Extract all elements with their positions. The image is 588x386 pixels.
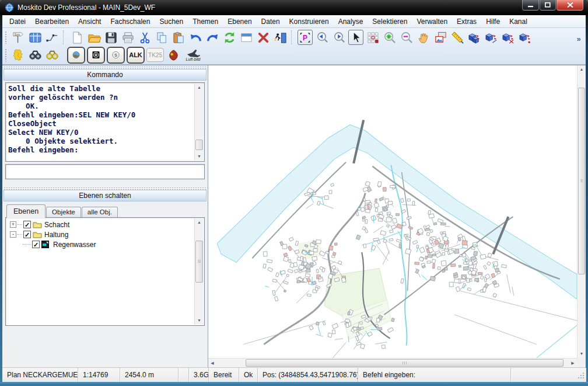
map-horizontal-scrollbar[interactable]: ◀ ▶ (208, 358, 577, 367)
map-vscroll-thumb[interactable] (578, 88, 585, 274)
menu-item-themen[interactable]: Themen (188, 16, 223, 27)
console-line: 0 Objekte selektiert. (8, 137, 194, 145)
scroll-up-icon[interactable]: ▲ (578, 65, 586, 74)
menu-item-analyse[interactable]: Analyse (334, 16, 368, 27)
binoculars-yellow-button[interactable] (44, 47, 60, 62)
command-input[interactable] (5, 164, 205, 179)
delete-button[interactable] (256, 30, 271, 45)
console-scroll-thumb[interactable] (195, 140, 203, 150)
status-cell-2: 2454.0 m (120, 368, 178, 382)
save-button[interactable] (103, 30, 118, 45)
menu-item-konstruieren[interactable]: Konstruieren (285, 16, 334, 27)
pan-hand-button[interactable] (416, 30, 431, 45)
menu-item-suchen[interactable]: Suchen (155, 16, 188, 27)
germany-map-button[interactable] (10, 47, 26, 62)
data-table-button[interactable] (27, 30, 43, 45)
view-previous-button[interactable] (314, 30, 330, 45)
map-vertical-scrollbar[interactable]: ▲ ▼ (577, 65, 586, 358)
tab-objekte[interactable]: Objekte (46, 207, 81, 217)
zoom-in-button[interactable] (382, 30, 397, 45)
close-button[interactable] (556, 0, 583, 11)
fachschale-leaf-button[interactable] (166, 47, 181, 62)
layer-checkbox[interactable]: ✓ (32, 241, 40, 248)
menu-item-bearbeiten[interactable]: Bearbeiten (30, 16, 74, 27)
menu-item-ebenen[interactable]: Ebenen (223, 16, 256, 27)
view-next-button[interactable] (331, 30, 346, 45)
open-folder-button[interactable] (86, 30, 102, 45)
tab-ebenen[interactable]: Ebenen (6, 204, 46, 218)
console-scrollbar[interactable]: ▲ ▼ (194, 84, 204, 161)
menu-item-kanal[interactable]: Kanal (505, 16, 532, 27)
tree-item-label[interactable]: Regenwasser (53, 241, 96, 249)
more-button[interactable]: » (573, 31, 584, 46)
fachschale-leaf-icon (167, 48, 180, 62)
scroll-left-icon[interactable]: ◀ (208, 359, 216, 367)
undo-button[interactable] (188, 30, 203, 45)
tree-scrollbar[interactable]: ▲ ▼ (194, 218, 204, 325)
tree-expander-icon[interactable]: - (10, 231, 16, 238)
menu-item-datei[interactable]: Datei (5, 16, 30, 27)
minimize-button[interactable] (522, 0, 539, 11)
toolbar-grip[interactable] (5, 48, 8, 61)
layer-checkbox[interactable]: ✓ (23, 231, 31, 238)
symbol-legend-button[interactable]: Sym (10, 30, 26, 45)
scroll-up-icon[interactable]: ▲ (195, 84, 204, 92)
layer-checkbox[interactable]: ✓ (23, 221, 31, 228)
tree-item-regenwasser[interactable]: ✓Regenwasser (8, 239, 194, 249)
menu-item-extras[interactable]: Extras (452, 16, 481, 27)
cube-point-button[interactable] (517, 30, 533, 45)
scroll-down-icon[interactable]: ▼ (195, 152, 204, 161)
s-mode-button[interactable]: S (107, 47, 125, 64)
copy-button[interactable] (154, 30, 169, 45)
toolbar-grip[interactable] (5, 31, 8, 44)
target-button[interactable] (87, 47, 105, 64)
binoculars-dark-button[interactable] (27, 47, 43, 62)
select-cursor-button[interactable] (348, 30, 363, 45)
measure-button[interactable] (450, 30, 465, 45)
cube-line-button[interactable] (484, 30, 499, 45)
statusbar: Plan NECKARGEMUEND1:147692454.0 m3.6GBer… (2, 367, 586, 382)
map-hscroll-thumb[interactable] (246, 359, 564, 367)
menu-item-ansicht[interactable]: Ansicht (74, 16, 106, 27)
zoom-plan-button[interactable]: P (298, 30, 313, 45)
paste-button[interactable] (171, 30, 186, 45)
menu-item-daten[interactable]: Daten (257, 16, 285, 27)
select-cursor-icon (349, 31, 362, 44)
tree-item-haltung[interactable]: -✓Haltung (8, 229, 194, 239)
tab-alle-obj-[interactable]: alle Obj. (82, 207, 118, 217)
cube-copy-button[interactable] (467, 30, 482, 45)
scroll-up-icon[interactable]: ▲ (195, 218, 204, 227)
maximize-button[interactable] (540, 0, 556, 11)
new-window-button[interactable] (239, 30, 254, 45)
menu-item-hilfe[interactable]: Hilfe (481, 16, 505, 27)
tree-scroll-thumb[interactable] (195, 241, 203, 283)
overview-window-button[interactable] (433, 30, 448, 45)
alk-button[interactable]: ALK (127, 47, 145, 64)
exit-button[interactable] (272, 30, 288, 45)
menu-item-verwalten[interactable]: Verwalten (412, 16, 452, 27)
overview-globe-button[interactable] (67, 47, 85, 64)
kommando-console[interactable]: Soll die alte Tabellevorher gelöscht wer… (5, 82, 205, 162)
new-document-button[interactable] (69, 30, 85, 45)
tree-item-schacht[interactable]: +✓Schacht (8, 220, 194, 229)
tree-expander-icon[interactable]: + (10, 221, 16, 228)
redo-button[interactable] (205, 30, 220, 45)
refresh-button[interactable] (222, 30, 237, 45)
luftbild-button[interactable]: Luft-bild (183, 47, 204, 62)
map-canvas[interactable] (208, 65, 577, 358)
scroll-right-icon[interactable]: ▶ (569, 359, 577, 367)
scroll-down-icon[interactable]: ▼ (195, 317, 204, 325)
menu-item-fachschalen[interactable]: Fachschalen (106, 16, 155, 27)
cut-button[interactable] (137, 30, 152, 45)
zoom-out-button[interactable] (399, 30, 414, 45)
print-button[interactable] (120, 30, 135, 45)
grid-select-button[interactable] (365, 30, 380, 45)
menu-item-selektieren[interactable]: Selektieren (368, 16, 412, 27)
tree-item-label[interactable]: Haltung (44, 231, 68, 239)
cube-cross-button[interactable] (501, 30, 516, 45)
scroll-down-icon[interactable]: ▼ (578, 350, 586, 358)
tree-item-label[interactable]: Schacht (44, 221, 69, 229)
polyline-button[interactable] (44, 30, 60, 45)
resize-grip-icon[interactable] (577, 371, 584, 381)
window-title: Moskito Dev Professional - MAIN_5Dev_WF (18, 4, 155, 12)
